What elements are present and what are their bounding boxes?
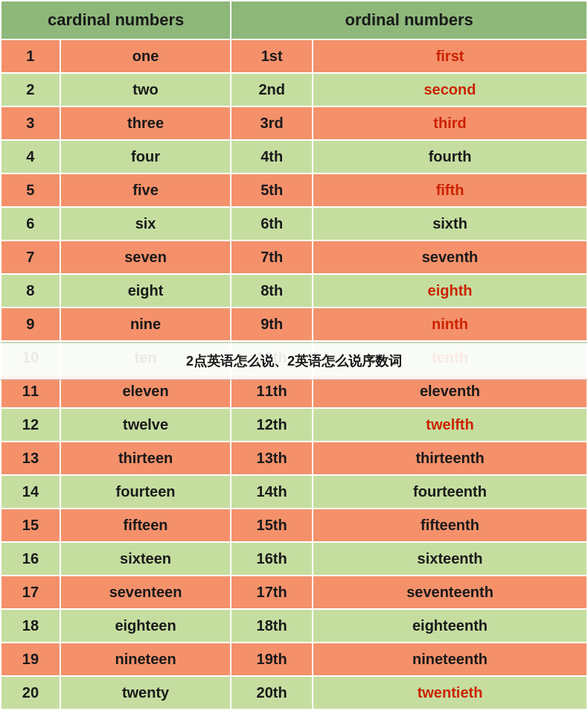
ordinal-word: fourth [313,140,587,173]
ordinal-word: fifteenth [313,509,587,542]
cardinal-word: nineteen [60,643,231,676]
ordinal-word: twelfth [313,408,587,442]
table-row: 18eighteen18theighteenth [1,609,587,643]
cardinal-word: three [60,106,231,140]
ordinal-abbrev: 6th [231,207,313,240]
table-row: 14fourteen14thfourteenth [1,475,587,509]
row-number: 6 [1,207,60,240]
ordinal-abbrev: 18th [231,609,313,643]
cardinal-word: thirteen [60,442,231,475]
cardinal-word: four [60,140,231,173]
ordinal-abbrev: 14th [231,475,313,509]
table-row: 1one1stfirst [1,39,587,73]
table-row: 6six6thsixth [1,207,587,240]
cardinal-word: nine [60,307,231,341]
ordinal-abbrev: 4th [231,140,313,173]
ordinal-abbrev: 13th [231,442,313,475]
ordinal-word: twentieth [313,676,587,710]
ordinal-word: thirteenth [313,442,587,475]
cardinal-word: one [60,39,231,73]
ordinal-word: eighteenth [313,609,587,643]
cardinal-word: seven [60,240,231,274]
table-row: 20twenty20thtwentieth [1,676,587,710]
ordinal-word: third [313,106,587,140]
ordinal-abbrev: 12th [231,408,313,442]
table-row: 12twelve12thtwelfth [1,408,587,442]
table-row: 9nine9thninth [1,307,587,341]
ordinal-word: fourteenth [313,475,587,509]
row-number: 2 [1,73,60,106]
ordinal-abbrev: 1st [231,39,313,73]
row-number: 13 [1,442,60,475]
cardinal-word: six [60,207,231,240]
ordinal-abbrev: 16th [231,542,313,576]
table-row: 19nineteen19thnineteenth [1,643,587,676]
cardinal-word: fourteen [60,475,231,509]
ordinal-word: nineteenth [313,643,587,676]
overlay-banner: 2点英语怎么说、2英语怎么说序数词 [0,342,588,380]
table-row: 5five5thfifth [1,173,587,207]
ordinal-word: seventeenth [313,576,587,609]
cardinal-header: cardinal numbers [1,1,231,39]
table-row: 2two2ndsecond [1,73,587,106]
row-number: 14 [1,475,60,509]
ordinal-word: seventh [313,240,587,274]
row-number: 20 [1,676,60,710]
table-row: 4four4thfourth [1,140,587,173]
table-row: 16sixteen16thsixteenth [1,542,587,576]
row-number: 17 [1,576,60,609]
ordinal-word: first [313,39,587,73]
row-number: 18 [1,609,60,643]
cardinal-word: two [60,73,231,106]
table-row: 3three3rdthird [1,106,587,140]
row-number: 12 [1,408,60,442]
row-number: 3 [1,106,60,140]
ordinal-header: ordinal numbers [231,1,587,39]
cardinal-word: five [60,173,231,207]
ordinal-abbrev: 5th [231,173,313,207]
ordinal-abbrev: 15th [231,509,313,542]
cardinal-word: sixteen [60,542,231,576]
table-row: 13thirteen13ththirteenth [1,442,587,475]
ordinal-word: second [313,73,587,106]
ordinal-abbrev: 2nd [231,73,313,106]
row-number: 16 [1,542,60,576]
ordinal-abbrev: 19th [231,643,313,676]
row-number: 5 [1,173,60,207]
ordinal-word: sixteenth [313,542,587,576]
ordinal-abbrev: 17th [231,576,313,609]
row-number: 1 [1,39,60,73]
ordinal-abbrev: 7th [231,240,313,274]
table-row: 8eight8theighth [1,274,587,307]
cardinal-word: eighteen [60,609,231,643]
ordinal-abbrev: 8th [231,274,313,307]
ordinal-word: fifth [313,173,587,207]
row-number: 19 [1,643,60,676]
ordinal-abbrev: 9th [231,307,313,341]
table-row: 7seven7thseventh [1,240,587,274]
row-number: 15 [1,509,60,542]
ordinal-word: eighth [313,274,587,307]
ordinal-abbrev: 20th [231,676,313,710]
ordinal-abbrev: 3rd [231,106,313,140]
ordinal-word: ninth [313,307,587,341]
row-number: 9 [1,307,60,341]
table-row: 17seventeen17thseventeenth [1,576,587,609]
table-row: 15fifteen15thfifteenth [1,509,587,542]
row-number: 7 [1,240,60,274]
cardinal-word: fifteen [60,509,231,542]
cardinal-word: seventeen [60,576,231,609]
cardinal-word: eight [60,274,231,307]
cardinal-word: twenty [60,676,231,710]
ordinal-word: sixth [313,207,587,240]
row-number: 8 [1,274,60,307]
cardinal-word: twelve [60,408,231,442]
row-number: 4 [1,140,60,173]
